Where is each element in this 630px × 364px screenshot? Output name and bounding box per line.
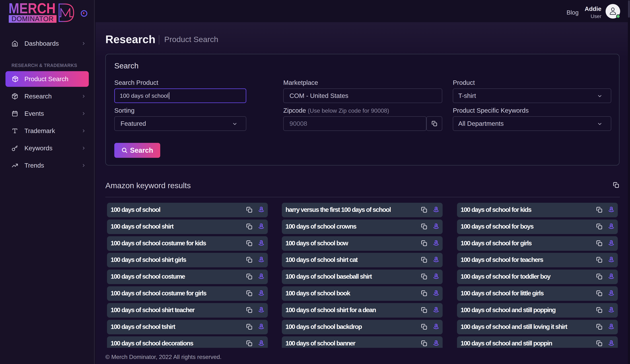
svg-text:a: a	[610, 306, 613, 312]
svg-text:a: a	[434, 256, 438, 262]
svg-text:a: a	[610, 272, 613, 279]
svg-text:a: a	[260, 239, 263, 245]
svg-text:a: a	[610, 239, 613, 245]
svg-text:a: a	[610, 206, 613, 212]
svg-text:a: a	[434, 339, 438, 346]
svg-text:a: a	[434, 289, 438, 295]
svg-text:a: a	[434, 239, 438, 245]
svg-text:a: a	[610, 339, 613, 346]
svg-text:a: a	[260, 272, 263, 279]
svg-text:a: a	[260, 206, 263, 212]
svg-text:a: a	[610, 289, 613, 295]
svg-text:a: a	[610, 256, 613, 262]
svg-text:a: a	[260, 256, 263, 262]
svg-text:a: a	[260, 222, 263, 229]
svg-text:a: a	[260, 323, 263, 329]
svg-text:a: a	[434, 323, 438, 329]
svg-text:a: a	[434, 272, 438, 279]
svg-text:a: a	[260, 306, 263, 312]
svg-text:a: a	[610, 323, 613, 329]
svg-text:a: a	[260, 289, 263, 295]
svg-text:a: a	[434, 306, 438, 312]
svg-text:a: a	[434, 206, 438, 212]
svg-text:a: a	[434, 222, 438, 229]
svg-text:a: a	[260, 339, 263, 346]
svg-text:a: a	[610, 222, 613, 229]
